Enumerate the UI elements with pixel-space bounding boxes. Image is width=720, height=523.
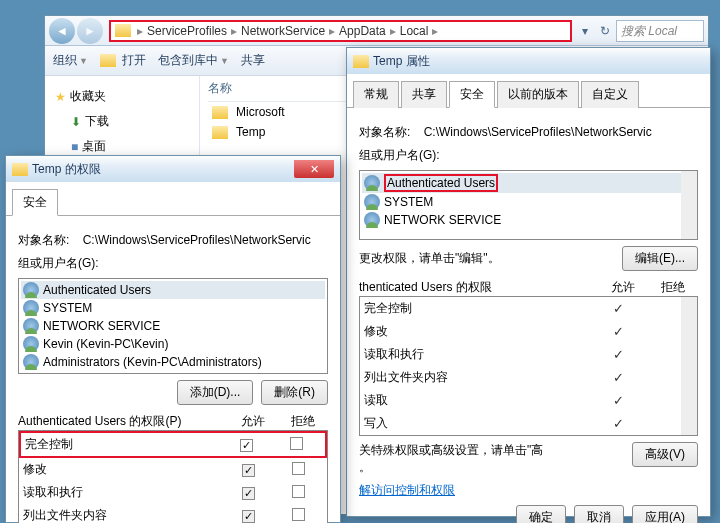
allow-check: [593, 301, 643, 316]
deny-header: 拒绝: [648, 279, 698, 296]
tab-share[interactable]: 共享: [401, 81, 447, 108]
allow-checkbox[interactable]: [240, 439, 253, 452]
share-menu[interactable]: 共享: [241, 52, 265, 69]
user-system[interactable]: SYSTEM: [362, 193, 695, 211]
breadcrumb[interactable]: ▸ ServiceProfiles▸ NetworkService▸ AppDa…: [109, 20, 572, 42]
search-input[interactable]: 搜索 Local: [616, 20, 704, 42]
dialog-title: Temp 的权限: [32, 161, 101, 178]
breadcrumb-item[interactable]: AppData: [337, 24, 388, 38]
allow-checkbox[interactable]: [242, 464, 255, 477]
apply-button[interactable]: 应用(A): [632, 505, 698, 523]
tab-strip: 安全: [6, 182, 340, 216]
folder-icon: [12, 163, 28, 176]
deny-checkbox[interactable]: [292, 462, 305, 475]
object-path: C:\Windows\ServiceProfiles\NetworkServic: [83, 233, 311, 247]
permissions-list: 完全控制 修改 读取和执行 列出文件夹内容 读取 写入: [359, 296, 698, 436]
allow-checkbox[interactable]: [242, 510, 255, 523]
perm-title: thenticated Users 的权限: [359, 279, 598, 296]
dropdown-icon[interactable]: ▾: [576, 24, 594, 38]
open-button[interactable]: 打开: [100, 52, 146, 69]
user-authenticated[interactable]: Authenticated Users: [21, 281, 325, 299]
object-path: C:\Windows\ServiceProfiles\NetworkServic: [424, 125, 652, 139]
user-administrators[interactable]: Administrators (Kevin-PC\Administrators): [21, 353, 325, 371]
deny-header: 拒绝: [278, 413, 328, 430]
users-list[interactable]: Authenticated Users SYSTEM NETWORK SERVI…: [359, 170, 698, 240]
groups-label: 组或用户名(G):: [18, 255, 328, 272]
ok-button[interactable]: 确定: [516, 505, 566, 523]
back-button[interactable]: ◄: [49, 18, 75, 44]
tab-security[interactable]: 安全: [12, 189, 58, 216]
special-hint: 关特殊权限或高级设置，请单击"高: [359, 443, 543, 457]
breadcrumb-item[interactable]: ServiceProfiles: [145, 24, 229, 38]
deny-checkbox[interactable]: [290, 437, 303, 450]
download-icon: ⬇: [71, 115, 81, 129]
user-authenticated[interactable]: Authenticated Users: [362, 173, 695, 193]
remove-button[interactable]: 删除(R): [261, 380, 328, 405]
deny-checkbox[interactable]: [292, 508, 305, 521]
dialog-title: Temp 属性: [373, 53, 430, 70]
deny-checkbox[interactable]: [292, 485, 305, 498]
user-system[interactable]: SYSTEM: [21, 299, 325, 317]
allow-header: 允许: [598, 279, 648, 296]
perm-list-folder: 列出文件夹内容: [19, 504, 327, 523]
forward-button[interactable]: ►: [77, 18, 103, 44]
user-networkservice[interactable]: NETWORK SERVICE: [362, 211, 695, 229]
perm-full-control: 完全控制: [19, 431, 327, 458]
perm-title: Authenticated Users 的权限(P): [18, 413, 228, 430]
tab-security[interactable]: 安全: [449, 81, 495, 108]
folder-icon: [353, 55, 369, 68]
organize-menu[interactable]: 组织▼: [53, 52, 88, 69]
user-networkservice[interactable]: NETWORK SERVICE: [21, 317, 325, 335]
star-icon: ★: [55, 90, 66, 104]
permissions-dialog: Temp 的权限 ✕ 安全 对象名称: C:\Windows\ServicePr…: [5, 155, 341, 523]
properties-dialog: Temp 属性 常规 共享 安全 以前的版本 自定义 对象名称: C:\Wind…: [346, 47, 711, 517]
tab-previous[interactable]: 以前的版本: [497, 81, 579, 108]
user-kevin[interactable]: Kevin (Kevin-PC\Kevin): [21, 335, 325, 353]
include-menu[interactable]: 包含到库中▼: [158, 52, 229, 69]
favorites-section[interactable]: ★收藏夹: [45, 84, 199, 109]
help-link[interactable]: 解访问控制和权限: [359, 483, 455, 497]
tab-general[interactable]: 常规: [353, 81, 399, 108]
titlebar[interactable]: Temp 属性: [347, 48, 710, 74]
close-button[interactable]: ✕: [294, 160, 334, 178]
folder-icon: [115, 24, 131, 37]
advanced-button[interactable]: 高级(V): [632, 442, 698, 467]
edit-button[interactable]: 编辑(E)...: [622, 246, 698, 271]
cancel-button[interactable]: 取消: [574, 505, 624, 523]
breadcrumb-item[interactable]: Local: [398, 24, 431, 38]
address-bar: ◄ ► ▸ ServiceProfiles▸ NetworkService▸ A…: [45, 16, 708, 46]
allow-checkbox[interactable]: [242, 487, 255, 500]
perm-modify: 修改: [19, 458, 327, 481]
edit-hint: 更改权限，请单击"编辑"。: [359, 250, 622, 267]
breadcrumb-item[interactable]: NetworkService: [239, 24, 327, 38]
tab-custom[interactable]: 自定义: [581, 81, 639, 108]
sidebar-downloads[interactable]: ⬇下载: [45, 109, 199, 134]
permissions-list: 完全控制 修改 读取和执行 列出文件夹内容 读取: [18, 430, 328, 523]
allow-header: 允许: [228, 413, 278, 430]
refresh-icon[interactable]: ↻: [594, 24, 616, 38]
object-label: 对象名称:: [18, 233, 69, 247]
object-label: 对象名称:: [359, 125, 410, 139]
scrollbar[interactable]: [681, 171, 697, 239]
desktop-icon: ■: [71, 140, 78, 154]
groups-label: 组或用户名(G):: [359, 147, 698, 164]
add-button[interactable]: 添加(D)...: [177, 380, 254, 405]
titlebar[interactable]: Temp 的权限 ✕: [6, 156, 340, 182]
scrollbar[interactable]: [681, 297, 697, 435]
perm-read-execute: 读取和执行: [19, 481, 327, 504]
tab-strip: 常规 共享 安全 以前的版本 自定义: [347, 74, 710, 108]
users-list[interactable]: Authenticated Users SYSTEM NETWORK SERVI…: [18, 278, 328, 374]
